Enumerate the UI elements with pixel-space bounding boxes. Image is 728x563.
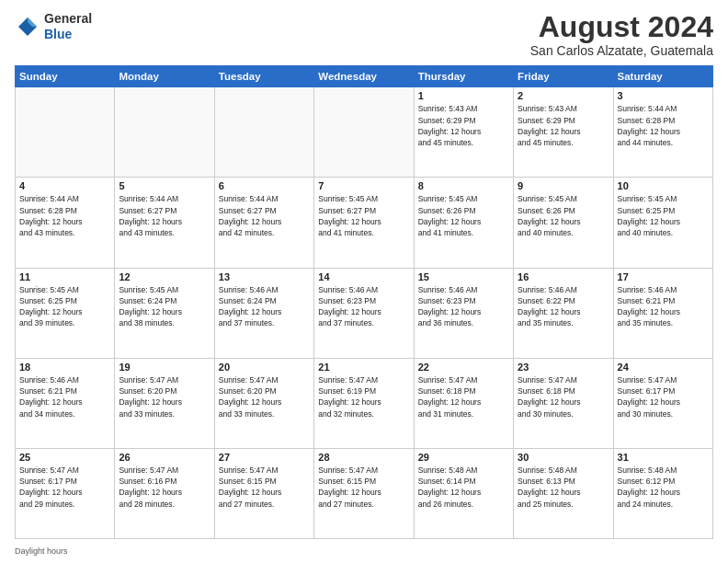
logo-icon: [15, 14, 40, 40]
day-number: 18: [19, 362, 110, 373]
calendar-cell: [314, 87, 414, 178]
day-info: Sunrise: 5:44 AM Sunset: 6:27 PM Dayligh…: [119, 193, 210, 238]
calendar-cell: 8Sunrise: 5:45 AM Sunset: 6:26 PM Daylig…: [414, 178, 513, 268]
day-info: Sunrise: 5:48 AM Sunset: 6:13 PM Dayligh…: [518, 465, 609, 510]
day-info: Sunrise: 5:47 AM Sunset: 6:16 PM Dayligh…: [119, 465, 210, 510]
calendar-cell: 30Sunrise: 5:48 AM Sunset: 6:13 PM Dayli…: [514, 448, 613, 538]
calendar-cell: [115, 87, 214, 178]
calendar-cell: 20Sunrise: 5:47 AM Sunset: 6:20 PM Dayli…: [214, 358, 313, 448]
day-number: 27: [219, 452, 310, 463]
calendar-cell: 13Sunrise: 5:46 AM Sunset: 6:24 PM Dayli…: [214, 268, 313, 358]
day-info: Sunrise: 5:48 AM Sunset: 6:14 PM Dayligh…: [418, 465, 509, 510]
day-number: 26: [119, 452, 210, 463]
calendar-cell: 25Sunrise: 5:47 AM Sunset: 6:17 PM Dayli…: [16, 448, 115, 538]
calendar-cell: 28Sunrise: 5:47 AM Sunset: 6:15 PM Dayli…: [314, 448, 414, 538]
calendar-week-5: 25Sunrise: 5:47 AM Sunset: 6:17 PM Dayli…: [16, 448, 713, 538]
calendar-week-4: 18Sunrise: 5:46 AM Sunset: 6:21 PM Dayli…: [16, 358, 713, 448]
calendar-cell: 24Sunrise: 5:47 AM Sunset: 6:17 PM Dayli…: [613, 358, 712, 448]
day-number: 30: [518, 452, 609, 463]
day-info: Sunrise: 5:47 AM Sunset: 6:18 PM Dayligh…: [418, 374, 509, 419]
day-number: 13: [219, 271, 310, 282]
day-number: 23: [518, 362, 609, 373]
header-row: Sunday Monday Tuesday Wednesday Thursday…: [16, 66, 713, 87]
day-number: 31: [618, 452, 709, 463]
calendar-cell: 26Sunrise: 5:47 AM Sunset: 6:16 PM Dayli…: [115, 448, 214, 538]
calendar-cell: 18Sunrise: 5:46 AM Sunset: 6:21 PM Dayli…: [16, 358, 115, 448]
day-info: Sunrise: 5:47 AM Sunset: 6:17 PM Dayligh…: [618, 374, 709, 419]
day-info: Sunrise: 5:44 AM Sunset: 6:28 PM Dayligh…: [618, 103, 709, 148]
day-info: Sunrise: 5:44 AM Sunset: 6:27 PM Dayligh…: [219, 193, 310, 238]
calendar-week-3: 11Sunrise: 5:45 AM Sunset: 6:25 PM Dayli…: [16, 268, 713, 358]
calendar-cell: 3Sunrise: 5:44 AM Sunset: 6:28 PM Daylig…: [613, 87, 712, 178]
day-info: Sunrise: 5:47 AM Sunset: 6:20 PM Dayligh…: [119, 374, 210, 419]
logo-blue: Blue: [44, 27, 92, 42]
day-number: 14: [318, 271, 409, 282]
col-wednesday: Wednesday: [314, 66, 414, 87]
day-number: 10: [618, 180, 709, 191]
calendar-cell: 4Sunrise: 5:44 AM Sunset: 6:28 PM Daylig…: [16, 178, 115, 268]
day-number: 16: [518, 271, 609, 282]
day-number: 1: [418, 90, 509, 101]
day-number: 29: [418, 452, 509, 463]
title-month: August 2024: [530, 11, 713, 43]
calendar-cell: 1Sunrise: 5:43 AM Sunset: 6:29 PM Daylig…: [414, 87, 513, 178]
day-number: 15: [418, 271, 509, 282]
day-info: Sunrise: 5:45 AM Sunset: 6:26 PM Dayligh…: [518, 193, 609, 238]
note: Daylight hours: [15, 545, 713, 556]
title-location: San Carlos Alzatate, Guatemala: [530, 43, 713, 58]
col-friday: Friday: [514, 66, 613, 87]
day-number: 19: [119, 362, 210, 373]
day-info: Sunrise: 5:46 AM Sunset: 6:21 PM Dayligh…: [618, 284, 709, 329]
day-number: 4: [19, 180, 110, 191]
day-number: 12: [119, 271, 210, 282]
day-number: 6: [219, 180, 310, 191]
col-thursday: Thursday: [414, 66, 513, 87]
day-number: 8: [418, 180, 509, 191]
day-info: Sunrise: 5:47 AM Sunset: 6:15 PM Dayligh…: [318, 465, 409, 510]
day-info: Sunrise: 5:45 AM Sunset: 6:25 PM Dayligh…: [19, 284, 110, 329]
calendar-cell: 11Sunrise: 5:45 AM Sunset: 6:25 PM Dayli…: [16, 268, 115, 358]
logo-general: General: [44, 11, 92, 27]
day-info: Sunrise: 5:47 AM Sunset: 6:20 PM Dayligh…: [219, 374, 310, 419]
calendar-cell: 19Sunrise: 5:47 AM Sunset: 6:20 PM Dayli…: [115, 358, 214, 448]
day-info: Sunrise: 5:47 AM Sunset: 6:17 PM Dayligh…: [19, 465, 110, 510]
day-number: 3: [618, 90, 709, 101]
day-info: Sunrise: 5:45 AM Sunset: 6:26 PM Dayligh…: [418, 193, 509, 238]
calendar-cell: 12Sunrise: 5:45 AM Sunset: 6:24 PM Dayli…: [115, 268, 214, 358]
day-number: 7: [318, 180, 409, 191]
day-info: Sunrise: 5:48 AM Sunset: 6:12 PM Dayligh…: [618, 465, 709, 510]
day-info: Sunrise: 5:43 AM Sunset: 6:29 PM Dayligh…: [518, 103, 609, 148]
header: General Blue August 2024 San Carlos Alza…: [15, 11, 713, 58]
day-info: Sunrise: 5:45 AM Sunset: 6:25 PM Dayligh…: [618, 193, 709, 238]
calendar-cell: 6Sunrise: 5:44 AM Sunset: 6:27 PM Daylig…: [214, 178, 313, 268]
calendar-cell: 31Sunrise: 5:48 AM Sunset: 6:12 PM Dayli…: [613, 448, 712, 538]
calendar-cell: [214, 87, 313, 178]
col-saturday: Saturday: [613, 66, 712, 87]
calendar-cell: 21Sunrise: 5:47 AM Sunset: 6:19 PM Dayli…: [314, 358, 414, 448]
day-info: Sunrise: 5:46 AM Sunset: 6:23 PM Dayligh…: [418, 284, 509, 329]
calendar-cell: 16Sunrise: 5:46 AM Sunset: 6:22 PM Dayli…: [514, 268, 613, 358]
calendar-week-2: 4Sunrise: 5:44 AM Sunset: 6:28 PM Daylig…: [16, 178, 713, 268]
day-number: 9: [518, 180, 609, 191]
calendar-table: Sunday Monday Tuesday Wednesday Thursday…: [15, 65, 713, 539]
calendar-cell: 23Sunrise: 5:47 AM Sunset: 6:18 PM Dayli…: [514, 358, 613, 448]
calendar-cell: 22Sunrise: 5:47 AM Sunset: 6:18 PM Dayli…: [414, 358, 513, 448]
day-info: Sunrise: 5:46 AM Sunset: 6:22 PM Dayligh…: [518, 284, 609, 329]
day-number: 5: [119, 180, 210, 191]
calendar-cell: 5Sunrise: 5:44 AM Sunset: 6:27 PM Daylig…: [115, 178, 214, 268]
day-info: Sunrise: 5:46 AM Sunset: 6:23 PM Dayligh…: [318, 284, 409, 329]
col-monday: Monday: [115, 66, 214, 87]
day-info: Sunrise: 5:43 AM Sunset: 6:29 PM Dayligh…: [418, 103, 509, 148]
day-number: 24: [618, 362, 709, 373]
day-number: 2: [518, 90, 609, 101]
day-number: 22: [418, 362, 509, 373]
day-info: Sunrise: 5:46 AM Sunset: 6:24 PM Dayligh…: [219, 284, 310, 329]
day-info: Sunrise: 5:45 AM Sunset: 6:27 PM Dayligh…: [318, 193, 409, 238]
day-info: Sunrise: 5:44 AM Sunset: 6:28 PM Dayligh…: [19, 193, 110, 238]
calendar-cell: [16, 87, 115, 178]
calendar-cell: 10Sunrise: 5:45 AM Sunset: 6:25 PM Dayli…: [613, 178, 712, 268]
calendar-cell: 17Sunrise: 5:46 AM Sunset: 6:21 PM Dayli…: [613, 268, 712, 358]
day-number: 17: [618, 271, 709, 282]
day-info: Sunrise: 5:47 AM Sunset: 6:19 PM Dayligh…: [318, 374, 409, 419]
calendar-cell: 2Sunrise: 5:43 AM Sunset: 6:29 PM Daylig…: [514, 87, 613, 178]
